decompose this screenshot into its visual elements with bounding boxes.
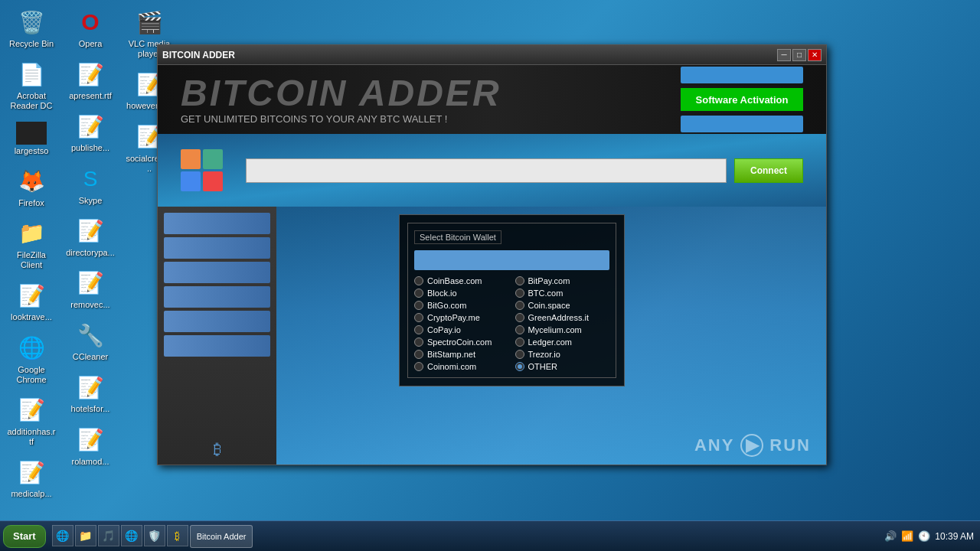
desktop-icon-ccleaner[interactable]: 🔧 CCleaner [63,317,118,365]
software-activation-button[interactable]: Software Activation [681,88,803,111]
ccleaner-icon: 🔧 [75,320,106,350]
taskbar-icon-media[interactable]: 🎵 [98,525,119,546]
wallet-greenaddress-label: GreenAddress.it [528,313,589,322]
wallet-option-greenaddress[interactable]: GreenAddress.it [515,313,610,322]
desktop-icon-medicalp[interactable]: 📝 medicalp... [4,454,59,502]
radio-blockio[interactable] [414,289,423,298]
radio-mycelium[interactable] [515,325,524,334]
radio-cryptopay[interactable] [414,313,423,322]
removec-label: removec... [70,300,109,310]
wallet-blockio-label: Block.io [427,289,457,298]
wallet-input-area: Connect [246,158,803,183]
wallet-option-trezor[interactable]: Trezor.io [515,350,610,359]
start-button[interactable]: Start [3,525,46,548]
windows-logo-pane-tr [203,149,223,169]
wallet-option-cryptopay[interactable]: CryptoPay.me [414,313,509,322]
medicalp-label: medicalp... [11,489,51,499]
radio-copay[interactable] [414,325,423,334]
radio-other[interactable] [515,362,524,371]
wallet-option-ledger[interactable]: Ledger.com [515,337,610,347]
desktop-icon-apresent[interactable]: 📝 apresent.rtf [63,56,118,104]
taskbar-icon-chrome[interactable]: 🌐 [121,525,142,546]
wallet-bitgo-label: BitGo.com [427,301,466,310]
connect-button[interactable]: Connect [734,158,803,183]
anyrun-watermark: ANY ▶ RUN [694,434,811,457]
maximize-button[interactable]: □ [792,49,806,61]
wallet-option-blockio[interactable]: Block.io [414,289,509,298]
radio-btccom[interactable] [515,289,524,298]
desktop-icon-chrome[interactable]: 🌐 Google Chrome [4,330,59,388]
desktop-icon-looktrave[interactable]: 📝 looktrave... [4,277,59,325]
desktop-icon-filezilla[interactable]: 📁 FileZilla Client [4,215,59,273]
close-button[interactable]: ✕ [808,49,822,61]
desktop-icon-rolamod[interactable]: 📝 rolamod... [63,422,118,470]
taskbar-icon-security[interactable]: 🛡️ [144,525,165,546]
anyrun-play-icon: ▶ [740,434,763,457]
wallet-bitstamp-label: BitStamp.net [427,350,475,359]
radio-greenaddress[interactable] [515,313,524,322]
wallet-option-bitstamp[interactable]: BitStamp.net [414,350,509,359]
wallet-option-btccom[interactable]: BTC.com [515,289,610,298]
bitcoin-app-subtitle: GET UNLIMITED BITCOINS TO YOUR ANY BTC W… [181,113,501,125]
skype-icon: S [75,164,106,194]
left-bar-1 [164,213,270,234]
wallet-mycelium-label: Mycelium.com [528,325,582,334]
desktop-icon-removec[interactable]: 📝 removec... [63,265,118,313]
desktop-icon-hotelsfor[interactable]: 📝 hotelsfor... [63,369,118,417]
radio-coinomi[interactable] [414,362,423,371]
taskbar-app-bitcoin-adder[interactable]: Bitcoin Adder [190,525,253,548]
filezilla-label: FileZilla Client [7,250,56,270]
wallet-option-coinspace[interactable]: Coin.space [515,301,610,310]
hotelsfor-label: hotelsfor... [71,404,110,414]
apresent-icon: 📝 [75,59,106,90]
desktop-icon-largestso[interactable]: largestso [4,119,59,159]
firefox-icon: 🦊 [16,166,47,197]
wallet-selector-title: Select Bitcoin Wallet [414,230,501,244]
anyrun-text-any: ANY [694,435,734,455]
activation-bar-bottom [681,116,803,132]
radio-bitpay[interactable] [515,276,524,285]
wallet-option-spectrocoin[interactable]: SpectroCoin.com [414,337,509,347]
wallet-option-coinomi[interactable]: Coinomi.com [414,362,509,371]
wallet-option-bitgo[interactable]: BitGo.com [414,301,509,310]
bitcoin-app-title: BITCOIN ADDER [181,75,501,112]
wallet-address-input[interactable] [246,158,727,183]
radio-spectrocoin[interactable] [414,337,423,347]
left-panel: ₿ [158,207,276,465]
wallet-option-bitpay[interactable]: BitPay.com [515,276,610,285]
ccleaner-label: CCleaner [73,352,108,362]
radio-coinbase[interactable] [414,276,423,285]
bitcoin-header: BITCOIN ADDER GET UNLIMITED BITCOINS TO … [158,65,826,134]
desktop-icon-opera[interactable]: O Opera [63,4,118,52]
left-bar-3 [164,262,270,283]
wallet-option-copay[interactable]: CoPay.io [414,325,509,334]
left-bar-4 [164,286,270,308]
taskbar-icon-bitcoin[interactable]: ₿ [167,525,188,546]
desktop-icon-recycle-bin[interactable]: 🗑️ Recycle Bin [4,4,59,52]
desktop-icon-publishe[interactable]: 📝 publishe... [63,108,118,156]
radio-ledger[interactable] [515,337,524,347]
minimize-button[interactable]: ─ [777,49,791,61]
chrome-label: Google Chrome [7,365,56,385]
wallet-option-coinbase[interactable]: CoinBase.com [414,276,509,285]
desktop-icon-firefox[interactable]: 🦊 Firefox [4,163,59,211]
wallet-option-mycelium[interactable]: Mycelium.com [515,325,610,334]
desktop-icon-directorypa[interactable]: 📝 directorypa... [63,213,118,261]
radio-coinspace[interactable] [515,301,524,310]
window-controls: ─ □ ✕ [777,49,822,61]
wallet-other-label: OTHER [528,362,558,371]
desktop-icon-acrobat[interactable]: 📄 Acrobat Reader DC [4,56,59,114]
desktop: 🗑️ Recycle Bin 📄 Acrobat Reader DC large… [0,0,980,551]
radio-bitstamp[interactable] [414,350,423,359]
bitcoin-adder-window: BITCOIN ADDER ─ □ ✕ BITCOIN ADDER GET UN… [157,44,827,465]
hotelsfor-icon: 📝 [75,372,106,403]
taskbar-icon-ie[interactable]: 🌐 [52,525,74,546]
radio-trezor[interactable] [515,350,524,359]
desktop-icon-skype[interactable]: S Skype [63,161,118,209]
rolamod-label: rolamod... [72,457,109,467]
taskbar-icon-folder[interactable]: 📁 [75,525,96,546]
desktop-icon-additionhas[interactable]: 📝 additionhas.rtf [4,392,59,450]
wallet-option-other[interactable]: OTHER [515,362,610,371]
radio-bitgo[interactable] [414,301,423,310]
looktrave-icon: 📝 [16,280,47,311]
